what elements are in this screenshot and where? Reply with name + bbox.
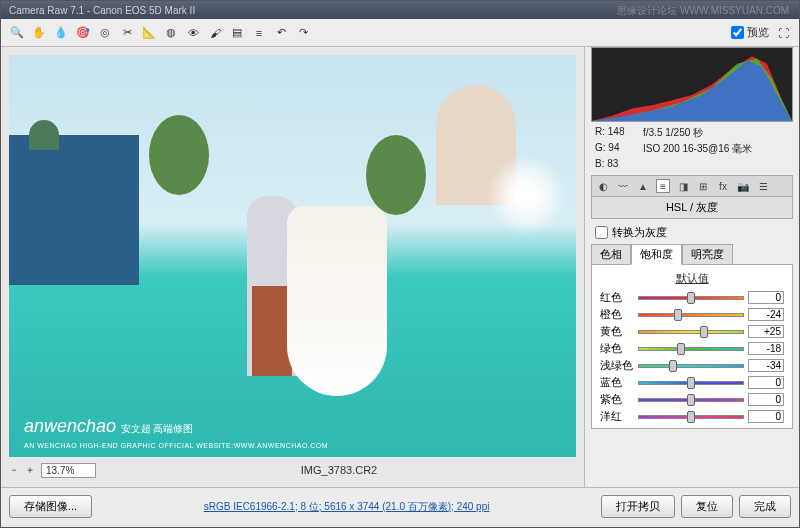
slider-track[interactable] [638, 393, 744, 407]
save-image-button[interactable]: 存储图像... [9, 495, 92, 518]
slider-row-0: 红色 [600, 290, 784, 305]
slider-value-input[interactable] [748, 342, 784, 355]
reset-button[interactable]: 复位 [681, 495, 733, 518]
slider-label: 黄色 [600, 324, 634, 339]
site-watermark: 思缘设计论坛 WWW.MISSYUAN.COM [617, 4, 789, 18]
adjust-brush-icon[interactable]: 🖌 [207, 25, 223, 41]
hsl-tab-icon[interactable]: ≡ [656, 179, 670, 193]
preview-checkbox[interactable]: 预览 [731, 25, 769, 40]
slider-value-input[interactable] [748, 359, 784, 372]
slider-label: 紫色 [600, 392, 634, 407]
slider-track[interactable] [638, 342, 744, 356]
slider-panel: 默认值 红色橙色黄色绿色浅绿色蓝色紫色洋红 [591, 264, 793, 429]
curve-tab-icon[interactable]: 〰 [616, 179, 630, 193]
default-link[interactable]: 默认值 [600, 271, 784, 286]
hsl-subtabs: 色相 饱和度 明亮度 [591, 244, 793, 265]
camera-tab-icon[interactable]: 📷 [736, 179, 750, 193]
grad-filter-icon[interactable]: ▤ [229, 25, 245, 41]
slider-thumb[interactable] [677, 343, 685, 355]
grayscale-checkbox[interactable]: 转换为灰度 [595, 225, 789, 240]
slider-label: 绿色 [600, 341, 634, 356]
slider-row-1: 橙色 [600, 307, 784, 322]
slider-thumb[interactable] [687, 394, 695, 406]
zoom-out-icon[interactable]: － [9, 463, 19, 477]
histogram [591, 47, 793, 122]
open-copy-button[interactable]: 打开拷贝 [601, 495, 675, 518]
slider-row-5: 蓝色 [600, 375, 784, 390]
redeye-tool-icon[interactable]: 👁 [185, 25, 201, 41]
panel-title: HSL / 灰度 [591, 197, 793, 219]
slider-label: 红色 [600, 290, 634, 305]
slider-row-7: 洋红 [600, 409, 784, 424]
slider-label: 蓝色 [600, 375, 634, 390]
slider-thumb[interactable] [669, 360, 677, 372]
slider-track[interactable] [638, 308, 744, 322]
slider-track[interactable] [638, 359, 744, 373]
slider-value-input[interactable] [748, 393, 784, 406]
slider-thumb[interactable] [687, 292, 695, 304]
rgb-readout: R: 148f/3.5 1/250 秒 [585, 126, 799, 142]
prefs-icon[interactable]: ≡ [251, 25, 267, 41]
rotate-ccw-icon[interactable]: ↶ [273, 25, 289, 41]
slider-label: 浅绿色 [600, 358, 634, 373]
tab-saturation[interactable]: 饱和度 [631, 244, 682, 265]
window-title: Camera Raw 7.1 - Canon EOS 5D Mark II [9, 5, 195, 16]
presets-tab-icon[interactable]: ☰ [756, 179, 770, 193]
slider-value-input[interactable] [748, 325, 784, 338]
lens-tab-icon[interactable]: ⊞ [696, 179, 710, 193]
workflow-link[interactable]: sRGB IEC61966-2.1; 8 位; 5616 x 3744 (21.… [100, 500, 593, 514]
slider-thumb[interactable] [674, 309, 682, 321]
photo-watermark-sub: AN WENCHAO HIGH-END GRAPHIC OFFICIAL WEB… [24, 442, 328, 449]
detail-tab-icon[interactable]: ▲ [636, 179, 650, 193]
photo-watermark: anwenchao 安文超 高端修图 [24, 416, 193, 437]
spot-tool-icon[interactable]: ◍ [163, 25, 179, 41]
slider-thumb[interactable] [687, 411, 695, 423]
slider-label: 橙色 [600, 307, 634, 322]
slider-value-input[interactable] [748, 410, 784, 423]
fullscreen-icon[interactable]: ⛶ [775, 25, 791, 41]
slider-label: 洋红 [600, 409, 634, 424]
tab-hue[interactable]: 色相 [591, 244, 631, 265]
slider-track[interactable] [638, 291, 744, 305]
slider-row-3: 绿色 [600, 341, 784, 356]
wb-tool-icon[interactable]: 💧 [53, 25, 69, 41]
slider-thumb[interactable] [700, 326, 708, 338]
zoom-select[interactable]: 13.7% [41, 463, 96, 478]
slider-track[interactable] [638, 376, 744, 390]
slider-value-input[interactable] [748, 308, 784, 321]
split-tab-icon[interactable]: ◨ [676, 179, 690, 193]
done-button[interactable]: 完成 [739, 495, 791, 518]
rotate-cw-icon[interactable]: ↷ [295, 25, 311, 41]
slider-value-input[interactable] [748, 291, 784, 304]
slider-row-4: 浅绿色 [600, 358, 784, 373]
slider-value-input[interactable] [748, 376, 784, 389]
toolbar: 🔍 ✋ 💧 🎯 ◎ ✂ 📐 ◍ 👁 🖌 ▤ ≡ ↶ ↷ 预览 ⛶ [1, 19, 799, 47]
color-sampler-icon[interactable]: 🎯 [75, 25, 91, 41]
zoom-in-icon[interactable]: ＋ [25, 463, 35, 477]
bottom-bar: 存储图像... sRGB IEC61966-2.1; 8 位; 5616 x 3… [1, 487, 799, 525]
slider-row-2: 黄色 [600, 324, 784, 339]
filename-label: IMG_3783.CR2 [102, 464, 576, 476]
slider-track[interactable] [638, 325, 744, 339]
slider-thumb[interactable] [687, 377, 695, 389]
basic-tab-icon[interactable]: ◐ [596, 179, 610, 193]
tab-luminance[interactable]: 明亮度 [682, 244, 733, 265]
image-preview[interactable]: anwenchao 安文超 高端修图 AN WENCHAO HIGH-END G… [9, 55, 576, 457]
slider-row-6: 紫色 [600, 392, 784, 407]
fx-tab-icon[interactable]: fx [716, 179, 730, 193]
target-adjust-icon[interactable]: ◎ [97, 25, 113, 41]
zoom-tool-icon[interactable]: 🔍 [9, 25, 25, 41]
hand-tool-icon[interactable]: ✋ [31, 25, 47, 41]
panel-tabs: ◐ 〰 ▲ ≡ ◨ ⊞ fx 📷 ☰ [591, 175, 793, 197]
crop-tool-icon[interactable]: ✂ [119, 25, 135, 41]
preview-check-input[interactable] [731, 26, 744, 39]
slider-track[interactable] [638, 410, 744, 424]
straighten-tool-icon[interactable]: 📐 [141, 25, 157, 41]
